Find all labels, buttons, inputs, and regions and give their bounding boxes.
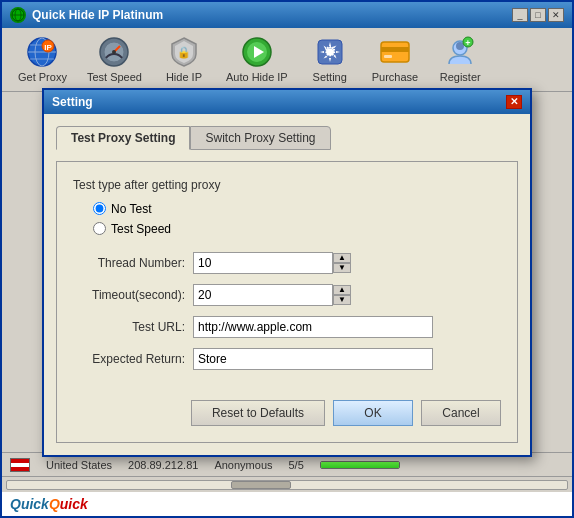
- expected-return-label: Expected Return:: [73, 352, 193, 366]
- radio-no-test-input[interactable]: [93, 202, 106, 215]
- radio-test-speed-label: Test Speed: [111, 222, 171, 236]
- close-window-button[interactable]: ✕: [548, 8, 564, 22]
- toolbar-register[interactable]: + Register: [430, 32, 490, 87]
- expected-return-row: Expected Return:: [73, 348, 501, 370]
- thread-number-input[interactable]: [193, 252, 333, 274]
- timeout-up-button[interactable]: ▲: [333, 285, 351, 295]
- status-ip: 208.89.212.81: [128, 459, 198, 471]
- title-bar-left: Quick Hide IP Platinum: [10, 7, 163, 23]
- hide-ip-label: Hide IP: [166, 71, 202, 83]
- status-country: United States: [46, 459, 112, 471]
- auto-play-icon: [241, 36, 273, 68]
- brand-strip: Quick Q uick: [2, 492, 572, 516]
- dialog-title-bar: Setting ✕: [44, 90, 530, 114]
- radio-no-test-label: No Test: [111, 202, 151, 216]
- gear-icon: ⚙: [314, 36, 346, 68]
- svg-text:IP: IP: [45, 43, 53, 52]
- radio-group: No Test Test Speed: [93, 202, 501, 236]
- ok-button[interactable]: OK: [333, 400, 413, 426]
- window-title: Quick Hide IP Platinum: [32, 8, 163, 22]
- toolbar-purchase[interactable]: Purchase: [364, 32, 426, 87]
- register-icon: +: [444, 36, 476, 68]
- title-bar: Quick Hide IP Platinum _ □ ✕: [2, 2, 572, 28]
- test-url-label: Test URL:: [73, 320, 193, 334]
- group-label: Test type after getting proxy: [73, 178, 501, 192]
- auto-hide-ip-label: Auto Hide IP: [226, 71, 288, 83]
- tab-bar: Test Proxy Setting Switch Proxy Setting: [56, 126, 518, 150]
- title-buttons: _ □ ✕: [512, 8, 564, 22]
- toolbar-hide-ip[interactable]: 🔒 Hide IP: [154, 32, 214, 87]
- tab-test-proxy[interactable]: Test Proxy Setting: [56, 126, 190, 150]
- purchase-label: Purchase: [372, 71, 418, 83]
- thread-number-label: Thread Number:: [73, 256, 193, 270]
- speedometer-icon: [98, 36, 130, 68]
- brand-rest: uick: [60, 496, 88, 512]
- tab-panel: Test type after getting proxy No Test Te…: [56, 161, 518, 443]
- thread-down-button[interactable]: ▼: [333, 263, 351, 273]
- toolbar-get-proxy[interactable]: IP Get Proxy: [10, 32, 75, 87]
- toolbar-auto-hide-ip[interactable]: Auto Hide IP: [218, 32, 296, 87]
- toolbar-setting[interactable]: ⚙ Setting: [300, 32, 360, 87]
- content-area: Setting ✕ Test Proxy Setting Switch Prox…: [2, 92, 572, 452]
- timeout-input[interactable]: [193, 284, 333, 306]
- dialog-body: Test Proxy Setting Switch Proxy Setting …: [44, 114, 530, 455]
- progress-bar-fill: [321, 462, 399, 468]
- purchase-icon: [379, 36, 411, 68]
- progress-bar: [320, 461, 400, 469]
- thread-number-row: Thread Number: ▲ ▼: [73, 252, 501, 274]
- radio-no-test[interactable]: No Test: [93, 202, 501, 216]
- test-url-row: Test URL:: [73, 316, 501, 338]
- tab-switch-proxy[interactable]: Switch Proxy Setting: [190, 126, 330, 150]
- svg-text:⚙: ⚙: [323, 43, 336, 59]
- dialog-overlay: Setting ✕ Test Proxy Setting Switch Prox…: [2, 92, 572, 452]
- button-row: Reset to Defaults OK Cancel: [73, 390, 501, 426]
- radio-test-speed[interactable]: Test Speed: [93, 222, 501, 236]
- svg-point-13: [112, 50, 116, 54]
- dialog-title: Setting: [52, 95, 93, 109]
- thread-up-button[interactable]: ▲: [333, 253, 351, 263]
- brand-accent: Q: [49, 496, 60, 512]
- scrollbar-thumb[interactable]: [231, 481, 291, 489]
- svg-rect-23: [384, 55, 392, 58]
- svg-text:+: +: [466, 38, 471, 48]
- minimize-button[interactable]: _: [512, 8, 528, 22]
- maximize-button[interactable]: □: [530, 8, 546, 22]
- toolbar: IP Get Proxy Test Speed: [2, 28, 572, 92]
- timeout-row: Timeout(second): ▲ ▼: [73, 284, 501, 306]
- register-label: Register: [440, 71, 481, 83]
- timeout-down-button[interactable]: ▼: [333, 295, 351, 305]
- reset-defaults-button[interactable]: Reset to Defaults: [191, 400, 325, 426]
- setting-label: Setting: [313, 71, 347, 83]
- dialog-close-button[interactable]: ✕: [506, 95, 522, 109]
- expected-return-input[interactable]: [193, 348, 433, 370]
- horizontal-scrollbar[interactable]: [2, 476, 572, 492]
- title-globe-icon: [10, 7, 26, 23]
- main-window: Quick Hide IP Platinum _ □ ✕ IP Get P: [0, 0, 574, 518]
- test-url-input[interactable]: [193, 316, 433, 338]
- shield-icon: 🔒: [168, 36, 200, 68]
- test-speed-label: Test Speed: [87, 71, 142, 83]
- thread-spinner: ▲ ▼: [333, 253, 351, 273]
- setting-dialog: Setting ✕ Test Proxy Setting Switch Prox…: [42, 88, 532, 457]
- globe-icon: IP: [26, 36, 58, 68]
- country-flag-icon: [10, 458, 30, 472]
- svg-text:🔒: 🔒: [177, 45, 191, 59]
- get-proxy-label: Get Proxy: [18, 71, 67, 83]
- toolbar-test-speed[interactable]: Test Speed: [79, 32, 150, 87]
- status-anonymity: Anonymous: [214, 459, 272, 471]
- radio-test-speed-input[interactable]: [93, 222, 106, 235]
- scrollbar-track[interactable]: [6, 480, 568, 490]
- brand-text: Quick: [10, 496, 49, 512]
- status-count: 5/5: [289, 459, 304, 471]
- svg-rect-22: [381, 47, 409, 52]
- timeout-spinner: ▲ ▼: [333, 285, 351, 305]
- cancel-button[interactable]: Cancel: [421, 400, 501, 426]
- timeout-label: Timeout(second):: [73, 288, 193, 302]
